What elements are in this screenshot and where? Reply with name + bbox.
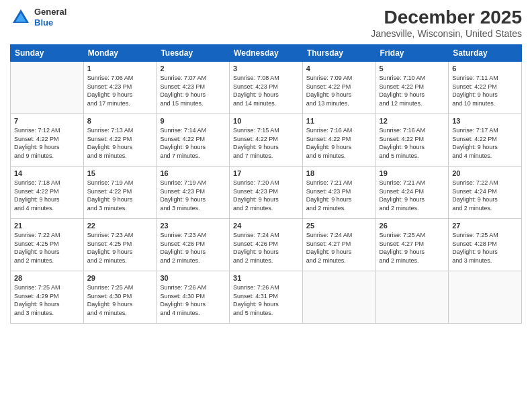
calendar-cell: 27Sunrise: 7:25 AM Sunset: 4:28 PM Dayli… <box>449 219 522 271</box>
day-info: Sunrise: 7:24 AM Sunset: 4:26 PM Dayligh… <box>233 231 299 265</box>
calendar-cell <box>375 271 449 324</box>
day-info: Sunrise: 7:23 AM Sunset: 4:25 PM Dayligh… <box>87 231 153 265</box>
day-info: Sunrise: 7:13 AM Sunset: 4:22 PM Dayligh… <box>87 126 153 160</box>
calendar-cell: 15Sunrise: 7:19 AM Sunset: 4:22 PM Dayli… <box>83 167 157 219</box>
calendar-cell: 2Sunrise: 7:07 AM Sunset: 4:23 PM Daylig… <box>157 62 230 114</box>
calendar-cell: 31Sunrise: 7:26 AM Sunset: 4:31 PM Dayli… <box>230 271 303 324</box>
day-number: 30 <box>160 274 226 282</box>
day-number: 3 <box>233 64 299 73</box>
day-info: Sunrise: 7:22 AM Sunset: 4:25 PM Dayligh… <box>14 231 80 265</box>
day-info: Sunrise: 7:22 AM Sunset: 4:24 PM Dayligh… <box>452 179 518 212</box>
day-of-week-header: Wednesday <box>230 45 303 62</box>
calendar-cell: 17Sunrise: 7:20 AM Sunset: 4:23 PM Dayli… <box>230 167 303 219</box>
day-number: 14 <box>14 169 80 177</box>
logo-line2: Blue <box>34 17 66 28</box>
calendar-cell: 4Sunrise: 7:09 AM Sunset: 4:22 PM Daylig… <box>302 62 375 114</box>
calendar-cell: 20Sunrise: 7:22 AM Sunset: 4:24 PM Dayli… <box>449 167 522 219</box>
day-number: 13 <box>452 117 518 125</box>
calendar-week-row: 14Sunrise: 7:18 AM Sunset: 4:22 PM Dayli… <box>11 167 522 219</box>
day-number: 1 <box>87 64 153 73</box>
calendar-week-row: 1Sunrise: 7:06 AM Sunset: 4:23 PM Daylig… <box>11 62 522 114</box>
day-of-week-header: Sunday <box>11 45 84 62</box>
day-number: 19 <box>380 169 445 177</box>
logo: General Blue <box>10 7 66 28</box>
day-number: 12 <box>380 117 445 125</box>
day-info: Sunrise: 7:09 AM Sunset: 4:22 PM Dayligh… <box>306 74 372 107</box>
day-info: Sunrise: 7:21 AM Sunset: 4:24 PM Dayligh… <box>380 179 445 212</box>
day-number: 6 <box>452 64 518 73</box>
day-number: 9 <box>160 117 226 125</box>
calendar-cell: 22Sunrise: 7:23 AM Sunset: 4:25 PM Dayli… <box>83 219 157 271</box>
calendar-cell: 23Sunrise: 7:23 AM Sunset: 4:26 PM Dayli… <box>157 219 230 271</box>
day-info: Sunrise: 7:25 AM Sunset: 4:27 PM Dayligh… <box>380 231 445 265</box>
day-number: 23 <box>160 222 226 230</box>
calendar-cell: 30Sunrise: 7:26 AM Sunset: 4:30 PM Dayli… <box>157 271 230 324</box>
day-of-week-header: Friday <box>375 45 449 62</box>
calendar-cell <box>302 271 375 324</box>
day-number: 27 <box>452 222 518 230</box>
day-info: Sunrise: 7:11 AM Sunset: 4:22 PM Dayligh… <box>452 74 518 107</box>
day-number: 11 <box>306 117 372 125</box>
calendar-cell: 25Sunrise: 7:24 AM Sunset: 4:27 PM Dayli… <box>302 219 375 271</box>
day-number: 25 <box>306 222 372 230</box>
day-info: Sunrise: 7:18 AM Sunset: 4:22 PM Dayligh… <box>14 179 80 212</box>
day-of-week-header: Monday <box>83 45 157 62</box>
day-number: 2 <box>160 64 226 73</box>
day-number: 31 <box>233 274 299 282</box>
day-of-week-header: Thursday <box>302 45 375 62</box>
day-info: Sunrise: 7:12 AM Sunset: 4:22 PM Dayligh… <box>14 126 80 160</box>
day-info: Sunrise: 7:16 AM Sunset: 4:22 PM Dayligh… <box>380 126 445 160</box>
day-of-week-header: Tuesday <box>157 45 230 62</box>
page: General Blue December 2025 Janesville, W… <box>0 0 532 411</box>
calendar-cell: 1Sunrise: 7:06 AM Sunset: 4:23 PM Daylig… <box>83 62 157 114</box>
calendar-table: SundayMondayTuesdayWednesdayThursdayFrid… <box>10 44 522 324</box>
day-info: Sunrise: 7:25 AM Sunset: 4:29 PM Dayligh… <box>14 283 80 317</box>
day-number: 21 <box>14 222 80 230</box>
calendar-cell: 11Sunrise: 7:16 AM Sunset: 4:22 PM Dayli… <box>302 114 375 167</box>
calendar-cell: 29Sunrise: 7:25 AM Sunset: 4:30 PM Dayli… <box>83 271 157 324</box>
day-info: Sunrise: 7:20 AM Sunset: 4:23 PM Dayligh… <box>233 179 299 212</box>
calendar-cell <box>449 271 522 324</box>
day-number: 16 <box>160 169 226 177</box>
day-number: 5 <box>380 64 445 73</box>
calendar-cell: 7Sunrise: 7:12 AM Sunset: 4:22 PM Daylig… <box>11 114 84 167</box>
day-number: 8 <box>87 117 153 125</box>
logo-text: General Blue <box>34 7 66 28</box>
calendar-cell: 12Sunrise: 7:16 AM Sunset: 4:22 PM Dayli… <box>375 114 449 167</box>
day-info: Sunrise: 7:26 AM Sunset: 4:30 PM Dayligh… <box>160 283 226 317</box>
calendar-cell: 28Sunrise: 7:25 AM Sunset: 4:29 PM Dayli… <box>11 271 84 324</box>
calendar-week-row: 28Sunrise: 7:25 AM Sunset: 4:29 PM Dayli… <box>11 271 522 324</box>
calendar-cell: 13Sunrise: 7:17 AM Sunset: 4:22 PM Dayli… <box>449 114 522 167</box>
day-number: 26 <box>380 222 445 230</box>
location: Janesville, Wisconsin, United States <box>371 28 522 39</box>
calendar-cell: 5Sunrise: 7:10 AM Sunset: 4:22 PM Daylig… <box>375 62 449 114</box>
calendar-cell: 26Sunrise: 7:25 AM Sunset: 4:27 PM Dayli… <box>375 219 449 271</box>
day-number: 10 <box>233 117 299 125</box>
day-info: Sunrise: 7:17 AM Sunset: 4:22 PM Dayligh… <box>452 126 518 160</box>
calendar-cell: 16Sunrise: 7:19 AM Sunset: 4:23 PM Dayli… <box>157 167 230 219</box>
calendar-cell: 21Sunrise: 7:22 AM Sunset: 4:25 PM Dayli… <box>11 219 84 271</box>
day-info: Sunrise: 7:25 AM Sunset: 4:28 PM Dayligh… <box>452 231 518 265</box>
calendar-header-row: SundayMondayTuesdayWednesdayThursdayFrid… <box>11 45 522 62</box>
calendar-cell <box>11 62 84 114</box>
day-of-week-header: Saturday <box>449 45 522 62</box>
day-number: 18 <box>306 169 372 177</box>
day-number: 7 <box>14 117 80 125</box>
month-title: December 2025 <box>371 7 522 28</box>
day-info: Sunrise: 7:14 AM Sunset: 4:22 PM Dayligh… <box>160 126 226 160</box>
calendar-cell: 18Sunrise: 7:21 AM Sunset: 4:23 PM Dayli… <box>302 167 375 219</box>
day-info: Sunrise: 7:16 AM Sunset: 4:22 PM Dayligh… <box>306 126 372 160</box>
day-info: Sunrise: 7:24 AM Sunset: 4:27 PM Dayligh… <box>306 231 372 265</box>
day-number: 28 <box>14 274 80 282</box>
header: General Blue December 2025 Janesville, W… <box>10 7 522 39</box>
calendar-cell: 9Sunrise: 7:14 AM Sunset: 4:22 PM Daylig… <box>157 114 230 167</box>
day-info: Sunrise: 7:21 AM Sunset: 4:23 PM Dayligh… <box>306 179 372 212</box>
day-number: 24 <box>233 222 299 230</box>
day-info: Sunrise: 7:10 AM Sunset: 4:22 PM Dayligh… <box>380 74 445 107</box>
day-info: Sunrise: 7:07 AM Sunset: 4:23 PM Dayligh… <box>160 74 226 107</box>
calendar-week-row: 7Sunrise: 7:12 AM Sunset: 4:22 PM Daylig… <box>11 114 522 167</box>
day-info: Sunrise: 7:15 AM Sunset: 4:22 PM Dayligh… <box>233 126 299 160</box>
day-info: Sunrise: 7:26 AM Sunset: 4:31 PM Dayligh… <box>233 283 299 317</box>
calendar-week-row: 21Sunrise: 7:22 AM Sunset: 4:25 PM Dayli… <box>11 219 522 271</box>
day-info: Sunrise: 7:19 AM Sunset: 4:22 PM Dayligh… <box>87 179 153 212</box>
